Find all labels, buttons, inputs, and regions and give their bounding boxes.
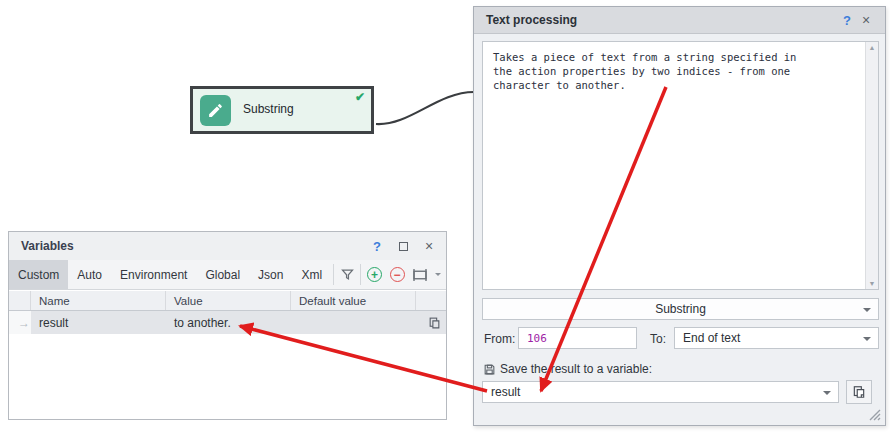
variables-panel: Variables ? × Custom Auto Environment Gl…: [8, 231, 447, 420]
variables-titlebar: Variables ? ×: [9, 232, 446, 260]
col-name[interactable]: Name: [31, 291, 166, 310]
to-select-value: End of text: [683, 331, 740, 345]
action-select-value: Substring: [655, 302, 706, 316]
success-check-icon: ✔: [355, 90, 365, 104]
copy-icon: [852, 385, 866, 399]
copy-variable-button[interactable]: [846, 380, 872, 404]
rename-icon: [411, 268, 429, 282]
tab-auto[interactable]: Auto: [68, 260, 111, 289]
save-icon: [483, 363, 496, 376]
action-description-text: Takes a piece of text from a string spec…: [483, 42, 864, 289]
scroll-up-icon[interactable]: ▲: [869, 44, 876, 51]
from-input[interactable]: 106: [518, 327, 637, 349]
pencil-icon: [200, 95, 231, 126]
remove-variable-button[interactable]: −: [386, 260, 409, 289]
tab-xml[interactable]: Xml: [292, 260, 331, 289]
cell-default-value[interactable]: [291, 311, 416, 334]
from-value: 106: [527, 332, 547, 345]
scroll-down-icon[interactable]: ▼: [869, 280, 876, 287]
tab-json[interactable]: Json: [249, 260, 292, 289]
divider: [360, 264, 361, 285]
row-indicator-icon: →: [9, 311, 31, 334]
dialog-title: Text processing: [486, 13, 837, 27]
dialog-titlebar: Text processing ? ×: [474, 7, 885, 34]
variable-select-value: result: [491, 385, 520, 399]
action-description-box[interactable]: Takes a piece of text from a string spec…: [482, 41, 879, 290]
grid-header: Name Value Default value: [9, 291, 446, 311]
col-actions: [416, 291, 446, 310]
row-copy-button[interactable]: [416, 311, 446, 334]
filter-button[interactable]: [336, 260, 359, 289]
variables-tabs: Custom Auto Environment Global Json Xml …: [9, 260, 446, 290]
scrollbar[interactable]: ▲ ▼: [865, 42, 878, 289]
col-value[interactable]: Value: [166, 291, 291, 310]
flow-node-substring[interactable]: Substring ✔: [190, 86, 374, 134]
from-label: From:: [484, 332, 515, 346]
text-processing-dialog: Text processing ? × Takes a piece of tex…: [473, 6, 886, 426]
add-variable-button[interactable]: +: [363, 260, 386, 289]
tab-custom[interactable]: Custom: [9, 260, 68, 289]
variables-grid: Name Value Default value → result to ano…: [9, 291, 446, 419]
save-variable-label: Save the result to a variable:: [500, 362, 652, 376]
to-label: To:: [650, 332, 666, 346]
node-label: Substring: [243, 102, 294, 116]
rename-variable-button[interactable]: [408, 260, 431, 289]
chevron-down-icon: [435, 273, 441, 276]
variable-select[interactable]: result: [482, 381, 839, 403]
minus-circle-icon: −: [390, 267, 405, 282]
plus-circle-icon: +: [367, 267, 382, 282]
variables-title: Variables: [21, 239, 367, 253]
chevron-down-icon: [863, 337, 871, 341]
close-icon[interactable]: ×: [857, 12, 875, 28]
col-default-value[interactable]: Default value: [291, 291, 416, 310]
save-row: Save the result to a variable:: [483, 362, 652, 376]
copy-icon: [428, 316, 441, 330]
maximize-icon[interactable]: [399, 242, 408, 251]
app-canvas: Substring ✔ Text processing ? × Takes a …: [0, 0, 890, 432]
tab-global[interactable]: Global: [196, 260, 249, 289]
close-icon[interactable]: ×: [420, 238, 438, 254]
col-indicator: [9, 291, 31, 310]
cell-name[interactable]: result: [31, 311, 166, 334]
table-row[interactable]: → result to another.: [9, 311, 446, 334]
to-select[interactable]: End of text: [674, 327, 879, 349]
help-icon[interactable]: ?: [837, 13, 857, 28]
chevron-down-icon: [863, 308, 871, 312]
tab-environment[interactable]: Environment: [111, 260, 196, 289]
action-select[interactable]: Substring: [482, 298, 879, 320]
help-icon[interactable]: ?: [367, 239, 387, 254]
filter-icon: [340, 267, 355, 282]
toolbar-more-button[interactable]: [431, 260, 446, 289]
cell-value[interactable]: to another.: [166, 311, 291, 334]
divider: [333, 264, 334, 285]
chevron-down-icon: [823, 391, 831, 395]
resize-grip[interactable]: [868, 408, 881, 421]
